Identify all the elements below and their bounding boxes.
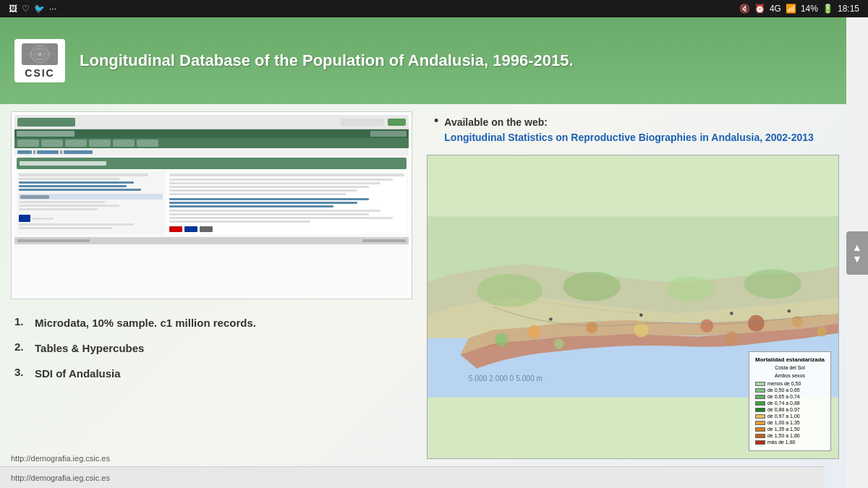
more-icon[interactable]: ··· [49,4,56,14]
csic-logo: CSIC [22,43,58,79]
legend-item-5: de 0,88 a 0,97 [755,407,825,412]
scroll-arrows-icon: ▲ ▼ [852,241,862,265]
bullet-list: 1. Microdata, 10% sample. c1 million rec… [11,309,412,397]
bullet-number-3: 3. [14,366,29,378]
bullet-item-2: 2. Tables & Hypercubes [14,341,409,356]
bullet-dot-icon: • [434,114,438,129]
twitter-icon[interactable]: 🐦 [34,4,45,14]
svg-point-17 [554,339,564,349]
slide-header: CSIC Longitudinal Database of the Popula… [0,17,846,104]
svg-point-8 [563,272,621,301]
svg-point-24 [788,309,791,313]
svg-text:5.000  2.000  0         5.000 : 5.000 2.000 0 5.000 m [469,374,542,382]
bullet-number-2: 2. [14,341,29,353]
svg-point-21 [549,317,553,321]
svg-point-20 [817,327,827,337]
time-display: 18:15 [838,4,859,14]
map-legend: Mortalidad estandarizada Costa del Sol A… [749,351,831,451]
mute-icon: 🔇 [739,4,750,14]
heart-icon[interactable]: ♡ [22,4,30,14]
bullet-text-2: Tables & Hypercubes [35,341,144,356]
slide-area: CSIC Longitudinal Database of the Popula… [0,17,846,488]
status-bar: 🖼 ♡ 🐦 ··· 🔇 ⏰ 4G 📶 14% 🔋 18:15 [0,0,868,17]
svg-point-14 [700,320,713,333]
web-available-section: • Available on the web: Longitudinal Sta… [427,111,839,149]
map-container: 5.000 2.000 0 5.000 m Mortalidad estanda… [427,155,839,459]
legend-label-4: de 0,74 a 0,88 [767,401,800,406]
legend-label-3: de 0,65 a 0,74 [767,394,800,399]
signal-bars-icon: 📶 [786,4,796,14]
legend-label-7: de 1,00 a 1,35 [767,420,800,425]
signal-label: 4G [770,4,781,14]
right-panel: • Available on the web: Longitudinal Sta… [423,104,846,466]
svg-point-15 [748,315,765,332]
battery-label: 14% [801,4,818,14]
left-panel: 1. Microdata, 10% sample. c1 million rec… [0,104,423,466]
legend-item-1: menos de 0,50 [755,381,825,386]
legend-item-10: más de 1,80 [755,440,825,445]
svg-point-18 [495,333,508,346]
legend-subtitle: Costa del Sol [755,365,825,370]
clock-icon: ⏰ [754,4,765,14]
bullet-text-1: Microdata, 10% sample. c1 million record… [35,315,256,330]
legend-label-5: de 0,88 a 0,97 [767,407,800,412]
web-bullet: • Available on the web: Longitudinal Sta… [434,115,832,145]
legend-item-8: de 1,35 a 1,50 [755,427,825,432]
scroll-button[interactable]: ▲ ▼ [846,231,868,275]
legend-item-2: de 0,50 a 0,65 [755,388,825,393]
legend-item-4: de 0,74 a 0,88 [755,401,825,406]
svg-point-10 [744,269,801,299]
slide-content: 1. Microdata, 10% sample. c1 million rec… [0,104,846,466]
bullet-text-3: SDI of Andalusia [35,366,121,381]
legend-label-1: menos de 0,50 [767,381,801,386]
csic-logo-image [22,43,58,65]
legend-item-6: de 0,97 a 1,00 [755,414,825,419]
logo-box: CSIC [14,39,65,82]
svg-point-7 [477,274,542,307]
web-text-content: Available on the web: Longitudinal Stati… [444,115,814,145]
url-text: http://demografia.ieg.csic.es [11,454,110,463]
status-left-icons: 🖼 ♡ 🐦 ··· [9,4,56,14]
svg-point-9 [665,276,715,301]
svg-point-12 [586,322,597,333]
status-right-info: 🔇 ⏰ 4G 📶 14% 🔋 18:15 [739,4,859,14]
available-label: Available on the web: [444,116,548,128]
legend-subtitle2: Ambos sexos [755,373,825,378]
website-header [14,115,409,129]
image-icon[interactable]: 🖼 [9,4,17,14]
legend-label-10: más de 1,80 [767,440,796,445]
legend-item-9: de 1,50 a 1,80 [755,433,825,438]
main-screen: CSIC Longitudinal Database of the Popula… [0,17,868,488]
website-screenshot [11,111,412,299]
svg-point-22 [639,314,643,317]
slide-title-area: Longitudinal Database of the Population … [80,51,832,72]
legend-label-9: de 1,50 a 1,80 [767,433,800,438]
battery-icon: 🔋 [822,4,833,14]
bottom-url-text: http://demografia.ieg.csic.es [11,474,110,482]
bullet-item-3: 3. SDI of Andalusia [14,366,409,381]
csic-label-text: CSIC [25,67,54,79]
website-inner [14,115,409,296]
legend-item-7: de 1,00 a 1,35 [755,420,825,425]
legend-label-6: de 0,97 a 1,00 [767,414,800,419]
slide-main-title: Longitudinal Database of the Population … [80,51,832,72]
legend-label-8: de 1,35 a 1,50 [767,427,800,432]
svg-point-11 [528,325,541,338]
legend-item-3: de 0,65 a 0,74 [755,394,825,399]
svg-point-13 [634,322,648,337]
bottom-url-bar: http://demografia.ieg.csic.es [0,466,825,488]
bullet-item-1: 1. Microdata, 10% sample. c1 million rec… [14,315,409,330]
legend-title: Mortalidad estandarizada [755,356,825,363]
website-nav [14,138,409,148]
web-link-text[interactable]: Longitudinal Statistics on Reproductive … [444,132,814,143]
svg-point-23 [730,312,733,315]
legend-label-2: de 0,50 a 0,65 [767,388,800,393]
bullet-number-1: 1. [14,315,29,328]
svg-point-19 [725,332,738,345]
